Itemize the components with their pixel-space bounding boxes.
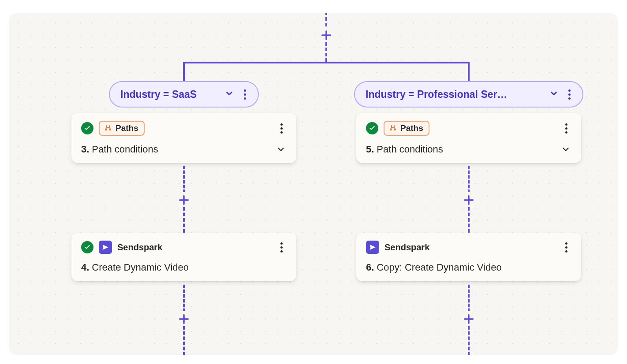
expand-toggle[interactable] [560, 144, 571, 155]
step-menu[interactable] [561, 123, 571, 134]
add-step-left-2[interactable] [176, 311, 192, 327]
branch-pill-professional[interactable]: Industry = Professional Ser… [354, 81, 583, 108]
branch-label: Industry = SaaS [120, 89, 197, 100]
branch-pill-saas[interactable]: Industry = SaaS [109, 81, 259, 108]
connector-trunk-top [325, 13, 327, 26]
checkmark-icon [81, 241, 93, 253]
step-number: 4. [81, 262, 89, 273]
step-title: Copy: Create Dynamic Video [377, 262, 501, 273]
step-menu[interactable] [276, 242, 287, 253]
step-card-6[interactable]: Sendspark 6. Copy: Create Dynamic Video [356, 233, 581, 281]
add-step-right-2[interactable] [461, 311, 477, 327]
branch-menu[interactable] [239, 89, 250, 100]
workflow-canvas[interactable]: Industry = SaaS Paths [9, 13, 618, 355]
connector-left-drop [183, 62, 185, 81]
app-name: Sendspark [384, 242, 429, 253]
step-card-4[interactable]: Sendspark 4. Create Dynamic Video [71, 233, 296, 281]
connector-left-2a [183, 285, 185, 312]
paths-tag: Paths [384, 121, 429, 136]
step-title: Path conditions [92, 144, 158, 155]
branch-label: Industry = Professional Ser… [366, 89, 507, 100]
connector-right-1b [468, 207, 470, 233]
add-step-left-1[interactable] [176, 192, 192, 208]
step-card-5[interactable]: Paths 5. Path conditions [356, 113, 581, 163]
sendspark-icon [99, 241, 112, 254]
connector-right-1a [468, 166, 470, 193]
checkmark-icon [81, 122, 93, 134]
step-card-3[interactable]: Paths 3. Path conditions [71, 113, 296, 163]
connector-left-2b [183, 326, 185, 355]
step-number: 3. [81, 144, 89, 155]
expand-toggle[interactable] [275, 144, 287, 155]
chevron-down-icon [549, 89, 559, 100]
paths-tag: Paths [99, 121, 145, 136]
step-title: Create Dynamic Video [92, 262, 189, 273]
connector-trunk-bottom [325, 42, 327, 62]
app-name: Sendspark [117, 242, 162, 253]
add-step-right-1[interactable] [461, 192, 477, 208]
checkmark-icon [366, 122, 378, 134]
connector-right-2a [468, 285, 470, 312]
step-title: Path conditions [377, 144, 443, 155]
add-step-trunk[interactable] [318, 27, 334, 43]
connector-left-1a [183, 166, 185, 193]
step-number: 6. [366, 262, 374, 273]
paths-icon [389, 124, 397, 132]
step-menu[interactable] [276, 123, 287, 134]
chevron-down-icon [224, 89, 234, 100]
connector-hsplit [183, 62, 470, 63]
branch-menu[interactable] [564, 89, 575, 100]
connector-right-2b [468, 326, 470, 355]
paths-icon [104, 124, 112, 132]
sendspark-icon [366, 241, 379, 254]
connector-right-drop [468, 62, 470, 81]
step-number: 5. [366, 144, 374, 155]
step-menu[interactable] [561, 242, 571, 253]
connector-left-1b [183, 207, 185, 233]
